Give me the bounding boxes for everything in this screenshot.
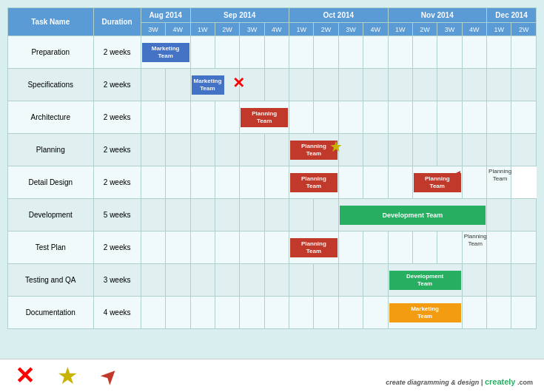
nov-header: Nov 2014	[388, 8, 487, 23]
task-name-planning: Planning	[8, 134, 94, 166]
week-nov-2w: 2W	[412, 23, 437, 36]
table-row: Preparation 2 weeks MarketingTeam	[8, 36, 537, 69]
week-sep-1w: 1W	[190, 23, 215, 36]
gantt-container: Task Name Duration Aug 2014 Sep 2014 Oct…	[7, 7, 537, 329]
table-row: Development 5 weeks Development Team	[8, 199, 537, 232]
bar-cell-preparation: MarketingTeam	[141, 36, 190, 69]
table-row: Planning 2 weeks PlanningTeam ★	[8, 134, 537, 166]
duration-header: Duration	[93, 8, 141, 36]
task-duration-detail-design: 2 weeks	[93, 166, 141, 199]
bar-cell-planning: PlanningTeam ★	[289, 134, 339, 166]
table-row: Documentation 4 weeks MarketingTeam	[8, 297, 537, 329]
bar-cell-documentation: MarketingTeam	[388, 297, 462, 329]
label-cell-detail-design: PlanningTeam	[487, 166, 511, 199]
week-sep-3w: 3W	[240, 23, 264, 36]
planning-label-test-plan: PlanningTeam	[464, 233, 487, 247]
gantt-bar-architecture: PlanningTeam	[241, 108, 288, 127]
bar-cell-development: Development Team	[338, 199, 486, 232]
table-row: Detail Design 2 weeks PlanningTeam Plann…	[8, 166, 537, 199]
task-duration-planning: 2 weeks	[93, 134, 141, 166]
cross-icon-specifications: ✕	[232, 74, 245, 92]
task-duration-development: 5 weeks	[93, 199, 141, 232]
week-aug-3w: 3W	[141, 23, 165, 36]
bar-cell-testing-qa: DevelopmentTeam	[388, 264, 462, 297]
gantt-bar-specifications: MarketingTeam	[192, 75, 224, 95]
task-name-test-plan: Test Plan	[8, 232, 94, 264]
task-duration-testing-qa: 3 weeks	[93, 264, 141, 297]
aug-header: Aug 2014	[141, 8, 190, 23]
week-nov-4w: 4W	[462, 23, 486, 36]
gantt-bar-test-plan: PlanningTeam	[290, 238, 338, 257]
task-name-header: Task Name	[8, 8, 94, 36]
task-duration-preparation: 2 weeks	[93, 36, 141, 69]
dec-header: Dec 2014	[487, 8, 537, 23]
table-row: Testing and QA 3 weeks DevelopmentTeam	[8, 264, 537, 297]
branding: create diagramming & design | creately .…	[386, 377, 533, 386]
week-oct-1w: 1W	[289, 23, 314, 36]
bar-cell-detail-design: PlanningTeam	[289, 166, 339, 199]
week-nov-1w: 1W	[388, 23, 412, 36]
gantt-bar-preparation: MarketingTeam	[142, 43, 189, 62]
bar-cell-test-plan: PlanningTeam	[289, 232, 339, 264]
gantt-table: Task Name Duration Aug 2014 Sep 2014 Oct…	[7, 7, 537, 329]
week-nov-3w: 3W	[437, 23, 462, 36]
planning-label-detail-design: PlanningTeam	[488, 168, 511, 182]
gantt-wrapper: Task Name Duration Aug 2014 Sep 2014 Oct…	[0, 0, 544, 359]
bar-cell-specifications: MarketingTeam ✕	[190, 69, 240, 101]
task-duration-specifications: 2 weeks	[93, 69, 141, 101]
app-container: Task Name Duration Aug 2014 Sep 2014 Oct…	[0, 0, 544, 392]
week-oct-4w: 4W	[363, 23, 388, 36]
table-row: Architecture 2 weeks PlanningTeam	[8, 101, 537, 134]
week-aug-4w: 4W	[166, 23, 190, 36]
task-duration-architecture: 2 weeks	[93, 101, 141, 134]
bottom-toolbar: ✕ ★ ➤ create diagramming & design | crea…	[0, 359, 544, 392]
cross-tool-icon[interactable]: ✕	[15, 362, 35, 390]
arrow-icon-detail-design: ▶	[452, 168, 460, 180]
week-sep-2w: 2W	[215, 23, 239, 36]
arrow-tool-icon[interactable]: ➤	[95, 361, 124, 391]
week-dec-1w: 1W	[487, 23, 511, 36]
task-name-architecture: Architecture	[8, 101, 94, 134]
task-name-testing-qa: Testing and QA	[8, 264, 94, 297]
bar-cell-detail-design-2: PlanningTeam ▶	[412, 166, 462, 199]
label-cell-test-plan: PlanningTeam	[462, 232, 486, 264]
gantt-bar-development: Development Team	[340, 206, 486, 225]
bar-cell-architecture: PlanningTeam	[240, 101, 289, 134]
table-row: Specifications 2 weeks MarketingTeam ✕	[8, 69, 537, 101]
star-icon-planning: ★	[329, 138, 343, 155]
task-name-specifications: Specifications	[8, 69, 94, 101]
task-name-documentation: Documentation	[8, 297, 94, 329]
week-sep-4w: 4W	[264, 23, 289, 36]
gantt-bar-detail-design: PlanningTeam	[290, 173, 338, 192]
task-name-detail-design: Detail Design	[8, 166, 94, 199]
table-row: Test Plan 2 weeks PlanningTeam PlanningT…	[8, 232, 537, 264]
task-duration-test-plan: 2 weeks	[93, 232, 141, 264]
task-name-preparation: Preparation	[8, 36, 94, 69]
oct-header: Oct 2014	[289, 8, 389, 23]
task-name-development: Development	[8, 199, 94, 232]
task-duration-documentation: 4 weeks	[93, 297, 141, 329]
week-oct-3w: 3W	[338, 23, 363, 36]
sep-header: Sep 2014	[190, 8, 289, 23]
gantt-bar-testing-qa: DevelopmentTeam	[389, 271, 461, 290]
week-oct-2w: 2W	[314, 23, 338, 36]
star-tool-icon[interactable]: ★	[57, 362, 78, 390]
month-header-row: Task Name Duration Aug 2014 Sep 2014 Oct…	[8, 8, 537, 23]
gantt-bar-documentation: MarketingTeam	[389, 303, 461, 322]
week-dec-2w: 2W	[511, 23, 537, 36]
